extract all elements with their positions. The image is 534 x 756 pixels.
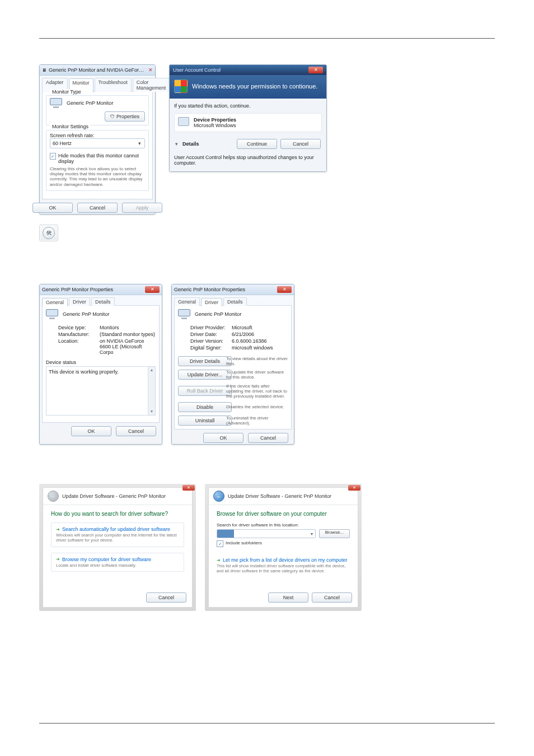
uac-banner-text: Windows needs your permission to contion…	[192, 83, 317, 90]
wizard-breadcrumb: Update Driver Software - Generic PnP Mon…	[62, 493, 166, 499]
monitor-icon	[50, 98, 62, 108]
close-icon[interactable]: ✕	[277, 286, 292, 293]
tab-general[interactable]: General	[174, 297, 200, 306]
monitor-gadget-icon: 🛠	[43, 227, 55, 239]
location-value: on NVIDIA GeForce 6600 LE (Microsoft Cor…	[100, 338, 156, 355]
uninstall-button[interactable]: Uninstall	[178, 416, 232, 426]
manufacturer-label: Manufacturer:	[58, 332, 97, 337]
refresh-rate-label: Screen refresh rate:	[50, 133, 145, 138]
properties-button[interactable]: Properties	[105, 111, 145, 122]
close-icon[interactable]: ✕	[182, 485, 195, 491]
device-status-text: This device is working properly.	[49, 369, 119, 375]
chevron-down-icon[interactable]: ▾	[175, 141, 178, 147]
cancel-button[interactable]: Cancel	[248, 433, 288, 443]
driver-details-button[interactable]: Driver Details	[178, 356, 232, 366]
include-subfolders-checkbox[interactable]: ✓	[217, 540, 223, 547]
tab-details[interactable]: Details	[223, 297, 247, 306]
pnp-general-dialog: Generic PnP Monitor Properties ✕ General…	[39, 284, 162, 445]
monitor-properties-dialog: 🖥 Generic PnP Monitor and NVIDIA GeForce…	[39, 64, 156, 214]
scroll-down-icon[interactable]: ▼	[148, 408, 155, 415]
version-label: Driver Version:	[190, 338, 229, 344]
opt-browse-computer[interactable]: Browse my computer for driver software L…	[51, 553, 184, 572]
ok-button[interactable]: OK	[71, 426, 111, 436]
cancel-button[interactable]: Cancel	[77, 203, 118, 213]
opt-let-me-pick[interactable]: Let me pick from a list of device driver…	[217, 557, 350, 573]
device-name: Generic PnP Monitor	[195, 311, 241, 317]
monitor-settings-label: Monitor Settings	[50, 124, 91, 129]
cancel-button[interactable]: Cancel	[280, 139, 321, 149]
next-button[interactable]: Next	[268, 592, 308, 603]
device-status-label: Device status	[46, 360, 156, 365]
close-icon[interactable]: ✕	[148, 67, 153, 73]
opt-search-automatically[interactable]: Search automatically for updated driver …	[51, 522, 184, 547]
uac-titlebar[interactable]: User Account Control ✕	[170, 65, 326, 75]
include-subfolders-label: Include subfolders	[226, 540, 262, 545]
ok-button[interactable]: OK	[203, 433, 243, 443]
hide-modes-label: Hide modes that this monitor cannot disp…	[58, 153, 145, 164]
cancel-button[interactable]: Cancel	[116, 426, 156, 436]
update-driver-note: To update the driver software for this d…	[226, 370, 288, 380]
apply-button: Apply	[122, 203, 162, 213]
uac-banner: Windows needs your permission to contion…	[170, 75, 326, 99]
manufacturer-value: (Standard monitor types)	[100, 332, 156, 337]
scrollbar[interactable]: ▲ ▼	[148, 367, 155, 415]
monitor-type-label: Monitor Type	[50, 89, 83, 95]
hide-modes-checkbox[interactable]: ✓	[50, 153, 56, 160]
tab-color-management[interactable]: Color Management	[133, 78, 170, 92]
monitor-dialog-titlebar[interactable]: 🖥 Generic PnP Monitor and NVIDIA GeForce…	[40, 65, 155, 76]
close-icon[interactable]: ✕	[348, 485, 360, 491]
shield-icon	[174, 80, 188, 93]
uac-details-toggle[interactable]: Details	[182, 141, 199, 147]
refresh-rate-value: 60 Hertz	[53, 141, 72, 146]
browse-button[interactable]: Browse...	[319, 529, 350, 538]
location-label: Location:	[58, 338, 97, 355]
search-location-label: Search for driver software in this locat…	[217, 522, 350, 528]
monitor-icon	[46, 309, 58, 319]
signer-value: microsoft windows	[232, 345, 288, 351]
monitor-name: Generic PnP Monitor	[67, 100, 113, 106]
tab-driver[interactable]: Driver	[201, 298, 222, 306]
date-value: 6/21/2006	[232, 332, 288, 337]
dialog-title: Generic PnP Monitor Properties	[174, 287, 275, 292]
opt-pick-title: Let me pick from a list of device driver…	[217, 557, 350, 563]
cancel-button[interactable]: Cancel	[312, 592, 352, 603]
tab-driver[interactable]: Driver	[69, 297, 90, 306]
cancel-button[interactable]: Cancel	[146, 592, 186, 603]
update-driver-button[interactable]: Update Driver...	[178, 370, 232, 380]
update-driver-wizard-search: ✕ ← Update Driver Software - Generic PnP…	[39, 484, 196, 611]
uac-help-text: User Account Control helps stop unauthor…	[174, 155, 322, 166]
opt-auto-title: Search automatically for updated driver …	[56, 526, 179, 532]
scroll-up-icon[interactable]: ▲	[148, 367, 155, 374]
provider-label: Driver Provider:	[190, 325, 229, 330]
disable-button[interactable]: Disable	[178, 402, 232, 412]
opt-pick-sub: This list will show installed driver sof…	[217, 564, 350, 573]
wizard-heading: Browse for driver software on your compu…	[217, 511, 350, 517]
opt-browse-title: Browse my computer for driver software	[56, 557, 179, 562]
refresh-rate-select[interactable]: 60 Hertz ▾	[50, 138, 145, 148]
uac-program-item: Device Properties Microsoft Windows	[174, 113, 322, 132]
tab-general[interactable]: General	[42, 298, 68, 306]
close-icon[interactable]: ✕	[145, 286, 160, 293]
continue-button[interactable]: Continue	[237, 139, 277, 149]
ok-button[interactable]: OK	[32, 203, 73, 213]
location-combobox[interactable]: ▾	[217, 529, 316, 538]
tab-details[interactable]: Details	[91, 297, 115, 306]
rollback-driver-button: Roll Back Driver	[178, 386, 232, 396]
uac-subtext: If you started this action, continue.	[174, 103, 322, 109]
pnp-driver-titlebar[interactable]: Generic PnP Monitor Properties ✕	[172, 284, 294, 295]
device-name: Generic PnP Monitor	[63, 311, 109, 317]
uac-item-sub: Microsoft Windows	[194, 123, 236, 128]
signer-label: Digital Signer:	[190, 345, 229, 351]
pnp-general-titlebar[interactable]: Generic PnP Monitor Properties ✕	[40, 284, 162, 295]
version-value: 6.0.6000.16386	[232, 338, 288, 344]
taskbar-monitor-icon-tile[interactable]: 🛠	[39, 225, 58, 241]
chevron-down-icon: ▾	[137, 141, 142, 146]
close-icon[interactable]: ✕	[308, 67, 323, 73]
provider-value: Microsoft	[232, 325, 288, 330]
tab-troubleshoot[interactable]: Troubleshoot	[95, 78, 132, 92]
device-type-value: Monitors	[100, 325, 156, 330]
dialog-title: Generic PnP Monitor Properties	[42, 287, 143, 292]
wizard-heading: How do you want to search for driver sof…	[51, 511, 184, 517]
back-button[interactable]: ←	[213, 491, 224, 502]
opt-browse-sub: Locate and install driver software manua…	[56, 563, 179, 568]
